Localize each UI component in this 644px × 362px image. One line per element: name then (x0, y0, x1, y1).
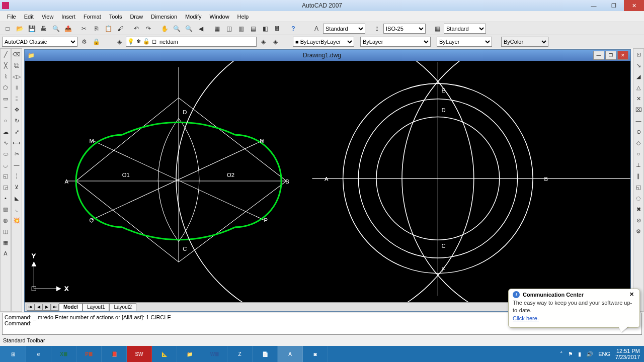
tab-layout1[interactable]: Layout1 (83, 303, 110, 311)
line-icon[interactable]: ╱ (1, 49, 11, 59)
midpoint-icon[interactable]: △ (633, 82, 643, 93)
copy-obj-icon[interactable]: ⿻ (12, 60, 22, 70)
tray-lang[interactable]: ENG (598, 351, 610, 357)
task-camtasia[interactable]: ◙ (303, 346, 328, 362)
perp-icon[interactable]: ⊥ (633, 160, 643, 170)
gradient-icon[interactable]: ◍ (1, 215, 11, 225)
mtext-icon[interactable]: A (1, 248, 11, 258)
fillet-icon[interactable]: ◟ (12, 204, 22, 214)
menu-tools[interactable]: Tools (105, 14, 126, 20)
new-icon[interactable]: □ (2, 23, 13, 34)
rotate-icon[interactable]: ↻ (12, 116, 22, 126)
comm-link[interactable]: Click here. (513, 315, 539, 321)
maximize-button[interactable]: ❐ (604, 0, 624, 11)
task-ppt[interactable]: P≣ (76, 346, 102, 362)
array-icon[interactable]: ⦙⦙ (12, 94, 22, 104)
xline-icon[interactable]: ╳ (1, 60, 11, 70)
copy-icon[interactable]: ⎘ (91, 23, 102, 34)
chamfer-icon[interactable]: ◣ (12, 193, 22, 203)
erase-icon[interactable]: ⌫ (12, 49, 22, 59)
tab-layout2[interactable]: Layout2 (109, 303, 136, 311)
center-icon[interactable]: ⊙ (633, 127, 643, 137)
dimstyle-combo[interactable]: ISO-25 (383, 24, 426, 34)
circle-icon[interactable]: ○ (1, 116, 11, 126)
ellipse-icon[interactable]: ⬭ (1, 149, 11, 159)
plot-icon[interactable]: 🖶 (38, 23, 49, 34)
region-icon[interactable]: ◫ (1, 226, 11, 236)
mirror-icon[interactable]: ◁▷ (12, 71, 22, 81)
task-reader[interactable]: 📕 (102, 346, 127, 362)
paste-icon[interactable]: 📋 (103, 23, 114, 34)
stretch-icon[interactable]: ⟷ (12, 138, 22, 148)
task-edge[interactable]: e (26, 346, 51, 362)
task-explorer[interactable]: 📁 (177, 346, 202, 362)
textstyle-combo[interactable]: Standard (323, 24, 365, 34)
ellipsearc-icon[interactable]: ◡ (1, 160, 11, 170)
task-sw[interactable]: SW (127, 346, 152, 362)
menu-file[interactable]: File (3, 14, 20, 20)
ins-icon[interactable]: ◱ (633, 182, 643, 192)
match-icon[interactable]: 🖌 (115, 23, 126, 34)
start-button[interactable]: ⊞ (0, 346, 26, 362)
node-icon[interactable]: ◌ (633, 193, 643, 203)
tab-last-icon[interactable]: ⏭ (51, 304, 59, 311)
menu-modify[interactable]: Modify (181, 14, 205, 20)
rect-icon[interactable]: ▭ (1, 94, 11, 104)
tray-up-icon[interactable]: ˄ (560, 351, 563, 357)
spline-icon[interactable]: ∿ (1, 138, 11, 148)
cut-icon[interactable]: ✂ (78, 23, 90, 34)
layer-state-icon[interactable]: ◈ (270, 36, 281, 47)
ws-lock-icon[interactable]: 🔒 (91, 36, 102, 47)
menu-draw[interactable]: Draw (126, 14, 147, 20)
close-button[interactable]: ✕ (624, 0, 644, 11)
ssm-icon[interactable]: ▤ (248, 23, 259, 34)
textstyle-icon[interactable]: A (311, 23, 322, 34)
intersect-icon[interactable]: ✕ (633, 94, 643, 104)
help-icon[interactable]: ? (288, 23, 299, 34)
menu-window[interactable]: Window (205, 14, 233, 20)
explode-icon[interactable]: 💥 (12, 215, 22, 225)
color-combo[interactable]: ■ ByLayerByLayer (293, 37, 354, 47)
tablestyle-combo[interactable]: Standard (444, 24, 486, 34)
tempsnap-icon[interactable]: ⊡ (633, 49, 643, 59)
none-icon[interactable]: ⊘ (633, 215, 643, 225)
workspace-combo[interactable]: AutoCAD Classic (2, 37, 77, 47)
markup-icon[interactable]: ◧ (260, 23, 271, 34)
offset-icon[interactable]: ⫴ (12, 82, 22, 93)
layer-prop-icon[interactable]: ◈ (114, 36, 125, 47)
props-icon[interactable]: ▦ (211, 23, 222, 34)
osnapset-icon[interactable]: ⚙ (633, 226, 643, 236)
menu-dimension[interactable]: Dimension (147, 14, 181, 20)
tray-flag-icon[interactable]: ⚑ (568, 351, 573, 357)
open-icon[interactable]: 📂 (14, 23, 25, 34)
save-icon[interactable]: 💾 (26, 23, 37, 34)
tray-network-icon[interactable]: ▮ (578, 351, 581, 357)
publish-icon[interactable]: 📤 (62, 23, 73, 34)
linetype-combo[interactable]: ByLayer (360, 37, 431, 47)
zoom-win-icon[interactable]: 🔍 (183, 23, 194, 34)
trim-icon[interactable]: ✂ (12, 149, 22, 159)
join-icon[interactable]: ⊻ (12, 182, 22, 192)
dimstyle-icon[interactable]: ⟟ (371, 23, 382, 34)
menu-format[interactable]: Format (79, 14, 105, 20)
layer-combo[interactable]: 💡❄🔓◻ netdam (126, 37, 257, 47)
polygon-icon[interactable]: ⬠ (1, 82, 11, 93)
tablestyle-icon[interactable]: ▦ (432, 23, 443, 34)
tang-icon[interactable]: ○ (633, 149, 643, 159)
point-icon[interactable]: • (1, 193, 11, 203)
drawing-canvas[interactable]: A B C D M N P Q O1 O2 (25, 61, 630, 302)
menu-help[interactable]: Help (233, 14, 253, 20)
task-zalo[interactable]: Z (227, 346, 253, 362)
ws-settings-icon[interactable]: ⚙ (78, 36, 90, 47)
endpoint-icon[interactable]: ◢ (633, 71, 643, 81)
tab-prev-icon[interactable]: ◀ (35, 304, 43, 311)
menu-view[interactable]: View (38, 14, 58, 20)
task-word[interactable]: W≣ (202, 346, 227, 362)
quad-icon[interactable]: ◇ (633, 138, 643, 148)
dw-maximize-button[interactable]: ❐ (605, 51, 616, 60)
tab-first-icon[interactable]: ⏮ (27, 304, 35, 311)
tpalette-icon[interactable]: ▥ (235, 23, 247, 34)
block-icon[interactable]: ◱ (1, 171, 11, 181)
menu-edit[interactable]: Edit (20, 14, 38, 20)
dw-minimize-button[interactable]: — (593, 51, 604, 60)
